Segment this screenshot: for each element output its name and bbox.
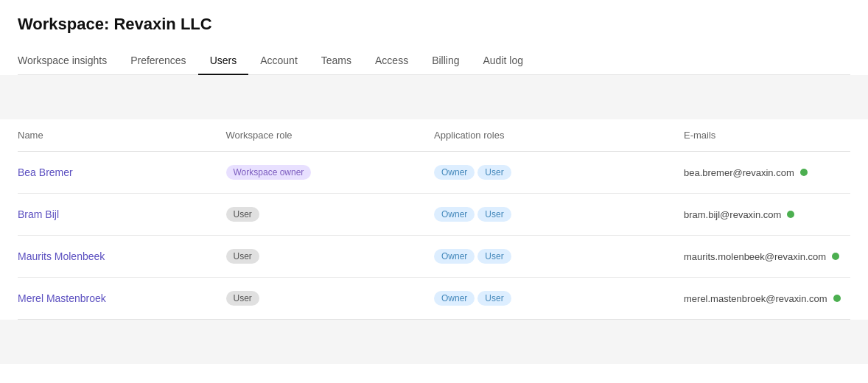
app-role-badge-owner: Owner xyxy=(434,249,475,264)
tab-billing[interactable]: Billing xyxy=(420,47,471,75)
user-name[interactable]: Maurits Molenbeek xyxy=(18,250,105,262)
workspace-role-badge: Workspace owner xyxy=(226,165,312,180)
app-role-badge-owner: Owner xyxy=(434,291,475,306)
user-name[interactable]: Merel Mastenbroek xyxy=(18,292,106,304)
tab-access[interactable]: Access xyxy=(363,47,420,75)
user-email: merel.mastenbroek@revaxin.com xyxy=(684,293,827,304)
nav-tabs: Workspace insightsPreferencesUsersAccoun… xyxy=(18,47,850,75)
page-title: Workspace: Revaxin LLC xyxy=(18,15,850,34)
col-header-application-roles: Application roles xyxy=(434,119,684,152)
col-header-emails: E-mails xyxy=(684,119,850,152)
app-role-badge-user: User xyxy=(477,207,511,222)
user-email: bram.bijl@revaxin.com xyxy=(684,209,781,220)
active-status-dot xyxy=(800,169,808,176)
user-name[interactable]: Bram Bijl xyxy=(18,208,59,220)
table-row: Bram BijlUserOwnerUserbram.bijl@revaxin.… xyxy=(18,194,850,236)
app-role-badge-owner: Owner xyxy=(434,165,475,180)
tab-teams[interactable]: Teams xyxy=(309,47,363,75)
table-container: NameWorkspace roleApplication rolesE-mai… xyxy=(0,119,868,320)
app-role-badge-user: User xyxy=(477,165,511,180)
col-header-name: Name xyxy=(18,119,226,152)
tab-preferences[interactable]: Preferences xyxy=(119,47,197,75)
table-row: Bea BremerWorkspace ownerOwnerUserbea.br… xyxy=(18,152,850,194)
active-status-dot xyxy=(787,211,794,218)
table-row: Maurits MolenbeekUserOwnerUsermaurits.mo… xyxy=(18,236,850,278)
workspace-role-badge: User xyxy=(226,207,259,222)
filter-bar xyxy=(0,75,868,119)
users-table: NameWorkspace roleApplication rolesE-mai… xyxy=(18,119,850,320)
app-role-badge-user: User xyxy=(477,291,511,306)
tab-workspace-insights[interactable]: Workspace insights xyxy=(18,47,119,75)
tab-account[interactable]: Account xyxy=(248,47,309,75)
user-email: bea.bremer@revaxin.com xyxy=(684,167,794,178)
user-name[interactable]: Bea Bremer xyxy=(18,166,73,178)
app-role-badge-owner: Owner xyxy=(434,207,475,222)
table-body: Bea BremerWorkspace ownerOwnerUserbea.br… xyxy=(18,152,850,320)
col-header-workspace-role: Workspace role xyxy=(226,119,435,152)
active-status-dot xyxy=(833,295,841,302)
user-email: maurits.molenbeek@revaxin.com xyxy=(684,251,826,262)
table-row: Merel MastenbroekUserOwnerUsermerel.mast… xyxy=(18,278,850,320)
app-role-badge-user: User xyxy=(477,249,511,264)
workspace-role-badge: User xyxy=(226,291,259,306)
table-header: NameWorkspace roleApplication rolesE-mai… xyxy=(18,119,850,152)
tab-users[interactable]: Users xyxy=(198,47,249,75)
footer-space xyxy=(0,320,868,364)
active-status-dot xyxy=(832,253,839,260)
workspace-role-badge: User xyxy=(226,249,259,264)
tab-audit-log[interactable]: Audit log xyxy=(472,47,535,75)
